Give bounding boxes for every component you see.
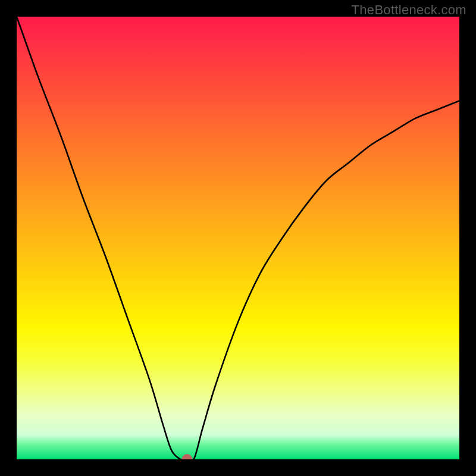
chart-stage: TheBottleneck.com (0, 0, 476, 476)
watermark-text: TheBottleneck.com (352, 2, 466, 18)
plot-area (17, 17, 459, 459)
gradient-background (17, 17, 459, 459)
chart-svg (17, 17, 459, 459)
